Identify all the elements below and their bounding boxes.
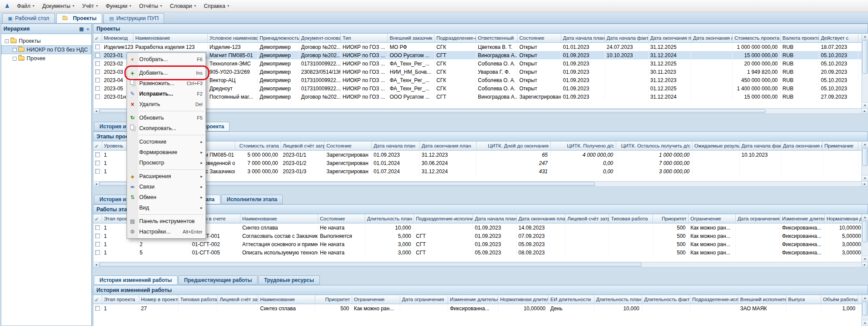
row-checkbox[interactable] xyxy=(95,94,100,99)
column-header[interactable]: Состояние xyxy=(325,141,372,151)
row-checkbox[interactable] xyxy=(95,233,100,238)
horizontal-scrollbar[interactable]: ◂ ▸ xyxy=(93,108,868,114)
scroll-right-arrow-icon[interactable]: ▸ xyxy=(861,262,868,267)
column-header[interactable]: Объём работы план xyxy=(821,295,858,304)
column-header[interactable]: Дата окончания факт xyxy=(781,141,823,151)
horizontal-scrollbar[interactable]: ◂ ▸ xyxy=(93,262,868,268)
column-header[interactable]: Дата окончания факт xyxy=(691,34,733,43)
menubar-item[interactable]: Учёт▾ xyxy=(78,1,102,11)
scroll-up-arrow-icon[interactable]: ▴ xyxy=(862,34,868,40)
column-header[interactable]: Состояние xyxy=(318,214,365,223)
column-header[interactable]: Дата ограничения xyxy=(400,295,448,304)
context-menu-item[interactable]: Отобрать...F6 xyxy=(127,54,206,65)
scroll-left-arrow-icon[interactable]: ◂ xyxy=(93,262,99,267)
context-menu-item[interactable]: Настройки...Alt+Enter xyxy=(127,226,206,237)
context-menu-item[interactable]: Панель инструментов xyxy=(127,216,206,226)
vertical-scrollbar[interactable]: ▴▾ xyxy=(861,141,868,181)
table-row[interactable]: 1501-СГТ-005Описать используемую техноло… xyxy=(93,248,868,257)
table-row[interactable]: 127Синтез сплава500Как можно ран...Фикси… xyxy=(93,304,868,312)
table-row[interactable]: 2023-03905-У020-23/269Демопример230823/0… xyxy=(93,68,868,76)
scroll-thumb[interactable] xyxy=(862,148,868,166)
column-header[interactable]: Ожидаемые результаты xyxy=(693,141,740,151)
column-header[interactable]: Длительность факт xyxy=(642,295,690,304)
menubar-item[interactable]: Отчёты▾ xyxy=(135,1,166,11)
menubar-item[interactable]: Справка▾ xyxy=(200,1,233,11)
scroll-thumb[interactable] xyxy=(862,302,868,316)
column-header[interactable]: ЦИТК. Дней до окончания xyxy=(477,141,551,151)
context-menu-item[interactable]: Размножить...Ctrl+F3 xyxy=(127,78,206,89)
tree-expander[interactable] xyxy=(13,48,17,52)
column-header[interactable]: Типовая работа xyxy=(609,214,653,223)
column-header[interactable]: Подразделение-ответственный xyxy=(435,34,476,43)
scroll-right-arrow-icon[interactable]: ▸ xyxy=(861,182,868,186)
column-header[interactable]: Стоимость проекта xyxy=(733,34,781,43)
column-header[interactable]: Ответственный xyxy=(476,34,518,43)
context-menu-item[interactable]: Скопировать... xyxy=(127,123,206,134)
view-options-icon[interactable]: ▦ xyxy=(79,26,83,32)
column-header[interactable]: Дата начала факт xyxy=(740,141,781,151)
table-row[interactable]: 1201-СГТ-002Аттестация основного и приме… xyxy=(93,240,868,248)
tree-expander[interactable] xyxy=(13,57,17,61)
context-menu-item[interactable]: Добавить...Ins xyxy=(127,68,206,78)
table-row[interactable]: 1Оформление результатов проведенной опыт… xyxy=(93,159,868,167)
scroll-thumb[interactable] xyxy=(99,263,642,267)
horizontal-scrollbar[interactable]: ◂ ▸ xyxy=(93,181,868,187)
column-header[interactable]: Действует с xyxy=(819,34,858,43)
tab[interactable]: Предшествующие работы xyxy=(178,275,257,285)
row-checkbox[interactable] xyxy=(95,242,100,247)
column-header[interactable]: Наименование xyxy=(240,214,318,223)
column-header[interactable]: Дата начала план xyxy=(561,34,605,43)
tab[interactable]: Исполнители этапа xyxy=(221,195,283,204)
column-header[interactable]: Подразделение-исполнитель xyxy=(414,214,473,223)
scroll-thumb[interactable] xyxy=(862,40,868,74)
context-menu-item[interactable]: Исправить...F2 xyxy=(127,89,206,99)
scroll-down-arrow-icon[interactable]: ▾ xyxy=(862,320,868,326)
row-checkbox[interactable] xyxy=(95,225,100,230)
row-checkbox[interactable] xyxy=(95,86,100,91)
column-header[interactable]: Дата начала факт xyxy=(605,34,648,43)
select-column-header[interactable]: ✓ xyxy=(93,34,102,43)
column-header[interactable]: Лицевой счёт затрат xyxy=(566,214,609,223)
menubar-item[interactable]: Функции▾ xyxy=(102,1,135,11)
column-header[interactable]: Номер в проекте xyxy=(139,295,178,304)
column-header[interactable]: Этап проекта xyxy=(102,295,139,304)
column-header[interactable]: Дата окончания план xyxy=(420,141,477,151)
column-header[interactable]: Дата окончания план xyxy=(648,34,691,43)
column-header[interactable]: ЦИТК. Получено д/с xyxy=(551,141,616,151)
scroll-left-arrow-icon[interactable]: ◂ xyxy=(93,182,99,186)
table-row[interactable]: 2023-02Технология-ЭМСДемопример017310009… xyxy=(93,59,868,68)
vertical-scrollbar[interactable]: ▴▾ xyxy=(861,34,868,108)
column-header[interactable]: Нормативная длительность xyxy=(498,295,549,304)
scroll-right-arrow-icon[interactable]: ▸ xyxy=(861,109,868,113)
table-row[interactable]: 2023-01нПостоянный маг...ДемопримерДогов… xyxy=(93,93,868,101)
column-header[interactable]: Принадлежность xyxy=(258,34,299,43)
menubar-item[interactable]: Документы▾ xyxy=(38,1,78,11)
column-header[interactable]: Ограничение xyxy=(689,214,736,223)
scroll-down-arrow-icon[interactable]: ▾ xyxy=(862,256,868,262)
row-checkbox[interactable] xyxy=(95,250,100,255)
column-header[interactable]: Наименование xyxy=(134,34,208,43)
scroll-down-arrow-icon[interactable]: ▾ xyxy=(862,102,868,108)
context-menu-item[interactable]: УдалитьDel xyxy=(127,99,206,110)
table-row[interactable]: 1101-СГТ-001Согласовать состав с Заказчи… xyxy=(93,232,868,240)
column-header[interactable]: Условное наименование xyxy=(208,34,258,43)
row-checkbox[interactable] xyxy=(95,169,100,174)
column-header[interactable]: Стоимость этапа xyxy=(235,141,281,151)
column-header[interactable]: Длительность план xyxy=(594,295,642,304)
column-header[interactable]: ЦИТК. Осталось получить д/с xyxy=(616,141,693,151)
column-header[interactable]: Изменение длительности xyxy=(448,295,498,304)
select-column-header[interactable]: ✓ xyxy=(93,141,102,151)
scroll-up-arrow-icon[interactable]: ▴ xyxy=(862,214,868,220)
column-header[interactable]: Валюта проекта xyxy=(781,34,819,43)
column-header[interactable]: Ограничение xyxy=(352,295,400,304)
scroll-down-arrow-icon[interactable]: ▾ xyxy=(862,175,868,181)
column-header[interactable]: Дата ограничения xyxy=(736,214,780,223)
tab[interactable]: История изменений работы xyxy=(94,275,178,285)
tab[interactable]: Трудовые ресурсы xyxy=(258,275,319,285)
column-header[interactable]: Приоритет xyxy=(653,214,689,223)
context-menu-item[interactable]: Связи▸ xyxy=(127,182,206,192)
column-header[interactable]: Тип xyxy=(341,34,388,43)
column-header[interactable]: Типовая работа xyxy=(178,295,218,304)
scroll-thumb[interactable] xyxy=(862,221,868,242)
table-row[interactable]: 2023-01Магнит ПМ085-01ДемопримерДоговор … xyxy=(93,51,868,59)
